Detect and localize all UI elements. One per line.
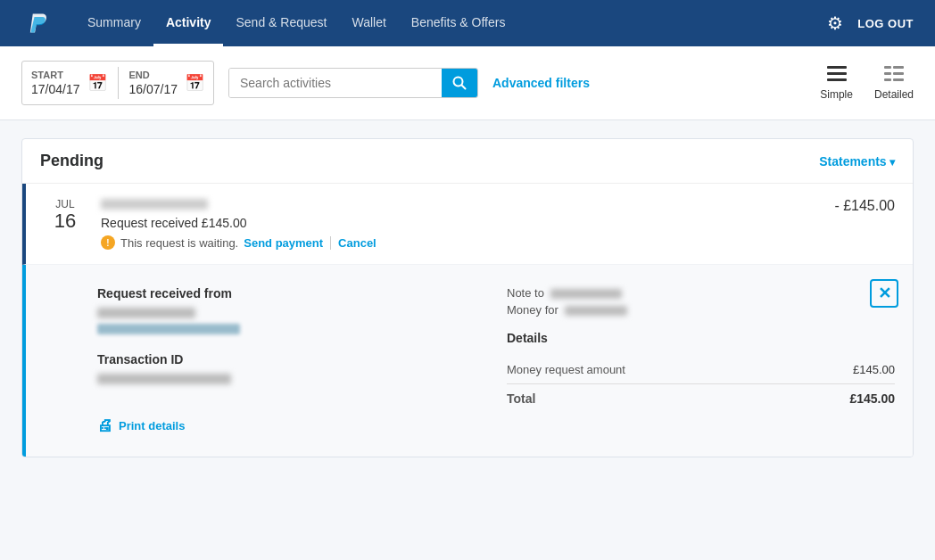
- nav-activity[interactable]: Activity: [153, 1, 224, 46]
- transaction-description: Request received £145.00: [101, 216, 834, 230]
- svg-line-1: [462, 86, 466, 89]
- svg-rect-4: [827, 78, 847, 81]
- note-to-row: Note to: [507, 286, 895, 300]
- received-from-label: Request received from: [97, 286, 485, 301]
- money-for-label: Money for: [507, 303, 559, 317]
- nav-right: ⚙ LOG OUT: [827, 12, 914, 34]
- transaction-date: JUL 16: [44, 198, 87, 232]
- advanced-filters-link[interactable]: Advanced filters: [492, 76, 590, 90]
- svg-rect-9: [884, 78, 891, 81]
- details-table: Money request amount £145.00 Total £145.…: [507, 356, 895, 413]
- svg-rect-6: [893, 66, 904, 69]
- transaction-status: ! This request is waiting. Send payment …: [101, 235, 834, 250]
- nav-send-request[interactable]: Send & Request: [223, 1, 339, 46]
- detail-panel: ✕ Request received from Transaction ID 🖨: [22, 265, 913, 457]
- tx-id-label: Transaction ID: [97, 352, 485, 366]
- transaction-month: JUL: [44, 198, 87, 210]
- waiting-icon: !: [101, 235, 115, 250]
- toolbar: Start 17/04/17 📅 End 16/07/17 📅 Advanced…: [0, 46, 935, 120]
- search-input[interactable]: [229, 69, 442, 97]
- transaction-info: Request received £145.00 ! This request …: [101, 198, 834, 250]
- date-separator: [118, 67, 119, 99]
- end-date-group: End 16/07/17: [129, 70, 178, 96]
- detail-grid: Request received from Transaction ID 🖨 P…: [97, 286, 895, 435]
- end-calendar-icon[interactable]: 📅: [185, 73, 204, 93]
- print-section: 🖨 Print details: [97, 402, 485, 435]
- end-date-value: 16/07/17: [129, 82, 178, 96]
- close-detail-button[interactable]: ✕: [870, 279, 898, 308]
- card-title: Pending: [40, 152, 103, 170]
- print-details-link[interactable]: 🖨 Print details: [97, 416, 485, 435]
- detailed-view-label: Detailed: [874, 88, 914, 101]
- detail-right: Note to Money for Details Money request …: [507, 286, 895, 435]
- simple-view-button[interactable]: Simple: [820, 66, 853, 101]
- nav-links: Summary Activity Send & Request Wallet B…: [75, 1, 827, 46]
- svg-rect-2: [827, 66, 847, 69]
- start-calendar-icon[interactable]: 📅: [87, 73, 107, 93]
- activity-card: Pending Statements JUL 16 Request receiv…: [21, 138, 914, 457]
- printer-icon: 🖨: [97, 416, 113, 435]
- settings-icon[interactable]: ⚙: [827, 12, 843, 34]
- card-header: Pending Statements: [22, 139, 913, 184]
- svg-rect-5: [884, 66, 891, 69]
- cancel-link[interactable]: Cancel: [330, 236, 376, 250]
- date-range-picker[interactable]: Start 17/04/17 📅 End 16/07/17 📅: [21, 61, 214, 105]
- transaction-sender-blurred: [101, 199, 208, 210]
- transaction-row: JUL 16 Request received £145.00 ! This r…: [22, 184, 913, 265]
- end-label: End: [129, 70, 178, 80]
- total-label: Total: [507, 391, 535, 406]
- search-box: [228, 68, 478, 98]
- nav-summary[interactable]: Summary: [75, 1, 153, 46]
- money-for-row: Money for: [507, 303, 895, 317]
- search-button[interactable]: [442, 69, 477, 97]
- money-for-value-blurred: [565, 306, 627, 316]
- detailed-view-button[interactable]: Detailed: [874, 66, 914, 101]
- start-date-group: Start 17/04/17: [31, 70, 80, 96]
- detail-left: Request received from Transaction ID 🖨 P…: [97, 286, 485, 435]
- total-row: Total £145.00: [507, 384, 895, 413]
- tx-id-blurred: [97, 374, 231, 384]
- money-request-label: Money request amount: [507, 363, 625, 376]
- details-label: Details: [507, 331, 895, 345]
- money-request-value: £145.00: [853, 363, 895, 376]
- print-label: Print details: [119, 419, 185, 432]
- start-label: Start: [31, 70, 80, 80]
- note-to-value-blurred: [550, 289, 622, 299]
- svg-rect-8: [893, 72, 904, 75]
- detailed-view-icon: [884, 66, 904, 86]
- note-to-label: Note to: [507, 286, 544, 300]
- simple-view-label: Simple: [820, 88, 853, 101]
- statements-button[interactable]: Statements: [819, 154, 895, 169]
- navbar: Summary Activity Send & Request Wallet B…: [0, 0, 935, 46]
- nav-benefits[interactable]: Benefits & Offers: [399, 1, 518, 46]
- svg-rect-3: [827, 72, 847, 75]
- sender-link-blurred: [97, 324, 240, 334]
- total-value: £145.00: [849, 391, 895, 406]
- sender-name-blurred: [97, 308, 195, 318]
- transaction-amount: - £145.00: [834, 198, 895, 214]
- transaction-day: 16: [44, 210, 87, 232]
- paypal-logo: [21, 7, 54, 39]
- main-content: Pending Statements JUL 16 Request receiv…: [0, 120, 935, 475]
- status-text: This request is waiting.: [120, 236, 238, 250]
- logout-button[interactable]: LOG OUT: [857, 17, 914, 30]
- start-date-value: 17/04/17: [31, 82, 80, 96]
- nav-wallet[interactable]: Wallet: [339, 1, 398, 46]
- money-request-row: Money request amount £145.00: [507, 356, 895, 384]
- svg-rect-7: [884, 72, 891, 75]
- view-toggle: Simple Detailed: [820, 66, 914, 101]
- svg-rect-10: [893, 78, 904, 81]
- simple-view-icon: [827, 66, 847, 86]
- send-payment-link[interactable]: Send payment: [244, 236, 323, 250]
